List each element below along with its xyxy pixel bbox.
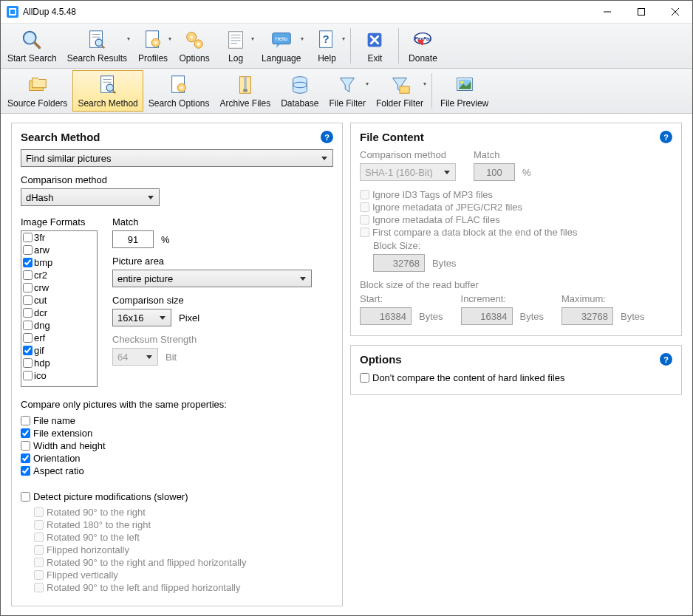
format-item-erf[interactable]: erf [21,332,97,344]
toolbar-donate[interactable]: PayPalDonate [402,25,443,66]
format-checkbox[interactable] [23,270,33,280]
exit-icon [363,28,386,52]
svg-point-11 [96,39,103,46]
format-item-cr2[interactable]: cr2 [21,269,97,281]
toolbar-search-results[interactable]: Search Results▾ [62,25,132,66]
start-label: Start: [360,293,443,304]
match-input[interactable] [112,230,154,248]
svg-point-35 [106,84,113,91]
options-section: Options ? Don't compare the content of h… [350,345,682,395]
image-formats-list[interactable]: 3frarwbmpcr2crwcutdcrdngerfgifhdpico [21,230,98,387]
toolbar-options[interactable]: Options [174,25,215,66]
comparison-size-combo[interactable]: 16x16 [112,309,171,326]
toolbar-folder-filter[interactable]: Folder Filter▾ [371,70,429,112]
toolbar-search-options[interactable]: Search Options [143,70,215,112]
format-item-arw[interactable]: arw [21,244,97,256]
format-label: crw [34,282,49,293]
format-checkbox[interactable] [23,358,33,368]
format-label: dcr [34,307,47,318]
close-button[interactable] [658,1,692,23]
picture-area-combo[interactable]: entire picture [112,270,312,287]
format-item-hdp[interactable]: hdp [21,357,97,369]
comparison-method-combo[interactable]: dHash [21,188,160,206]
format-checkbox[interactable] [23,321,33,330]
format-checkbox[interactable] [23,283,33,292]
toolbar-search-method[interactable]: Search Method [72,70,143,112]
toolbar-database[interactable]: Database [276,70,324,112]
format-checkbox[interactable] [23,258,33,267]
maximum-label: Maximum: [561,293,645,304]
format-item-bmp[interactable]: bmp [21,256,97,269]
doc-magnifier-icon [96,73,120,97]
format-item-crw[interactable]: crw [21,281,97,294]
svg-point-39 [180,86,183,89]
toolbar-label: Exit [367,53,382,64]
format-checkbox[interactable] [23,346,33,355]
mod-label: Rotated 90° to the right [47,507,146,518]
image-formats-label: Image Formats [21,216,98,227]
file-content-title: File Content [360,131,424,143]
doc-magnifier-icon [85,28,109,52]
ignore-label: Ignore ID3 Tags of MP3 files [372,189,493,200]
prop-checkbox[interactable] [21,466,30,476]
toolbar-source-folders[interactable]: Source Folders [2,70,72,112]
toolbar-start-search[interactable]: Start Search [2,25,62,66]
format-item-gif[interactable]: gif [21,344,97,357]
toolbar-file-filter[interactable]: File Filter▾ [324,70,371,112]
read-buffer-label: Block size of the read buffer [360,279,672,290]
format-item-dng[interactable]: dng [21,319,97,332]
hardlink-checkbox[interactable] [360,373,369,383]
help-icon[interactable]: ? [660,131,672,143]
mod-checkbox [34,520,44,530]
svg-text:Hello: Hello [275,35,287,42]
toolbar-label: Donate [409,53,437,64]
detect-mods-checkbox[interactable] [21,492,30,502]
mod-checkbox [34,507,44,517]
svg-rect-41 [244,77,247,89]
minimize-button[interactable] [590,1,624,23]
help-icon[interactable]: ? [660,353,672,366]
prop-label: Width and height [33,440,106,451]
format-checkbox[interactable] [23,371,33,380]
format-item-ico[interactable]: ico [21,369,97,382]
toolbar-log[interactable]: Log▾ [215,25,256,66]
gears-icon [182,28,206,52]
mod-checkbox [34,545,44,555]
compare-props-label: Compare only pictures with the same prop… [21,399,333,410]
database-icon [288,73,312,97]
prop-checkbox[interactable] [21,441,30,451]
format-item-3fr[interactable]: 3fr [21,231,97,244]
format-item-cut[interactable]: cut [21,294,97,307]
format-checkbox[interactable] [23,308,33,318]
search-mode-combo[interactable]: Find similar pictures [21,149,333,167]
increment-label: Increment: [461,293,544,304]
format-checkbox[interactable] [23,333,33,343]
maximize-button[interactable] [624,1,658,23]
hardlink-label: Don't compare the content of hard linked… [372,372,564,383]
toolbar-exit[interactable]: Exit [354,25,395,66]
format-checkbox[interactable] [23,233,33,242]
prop-checkbox[interactable] [21,416,30,425]
chevron-down-icon: ▾ [127,35,130,42]
ignore-checkbox [360,202,369,212]
mod-label: Rotated 90° to the left [47,532,140,543]
fc-match-input [474,163,515,181]
format-label: gif [34,345,44,356]
fc-match-unit: % [522,167,531,178]
toolbar-language[interactable]: HelloLanguage▾ [256,25,306,66]
toolbar-label: Search Method [78,98,137,109]
donate-icon: PayPal [411,28,434,52]
toolbar-file-preview[interactable]: File Preview [435,70,494,112]
format-item-dcr[interactable]: dcr [21,307,97,319]
prop-checkbox[interactable] [21,428,30,438]
folders-icon [26,73,50,97]
prop-checkbox[interactable] [21,454,30,463]
format-checkbox[interactable] [23,295,33,305]
toolbar-help[interactable]: ?Help▾ [306,25,347,66]
toolbar-archive-files[interactable]: Archive Files [214,70,276,112]
toolbar-profiles[interactable]: Profiles▾ [132,25,174,66]
format-label: bmp [34,257,52,268]
format-checkbox[interactable] [23,245,33,255]
toolbar-label: Options [179,53,209,64]
help-icon[interactable]: ? [321,131,333,143]
